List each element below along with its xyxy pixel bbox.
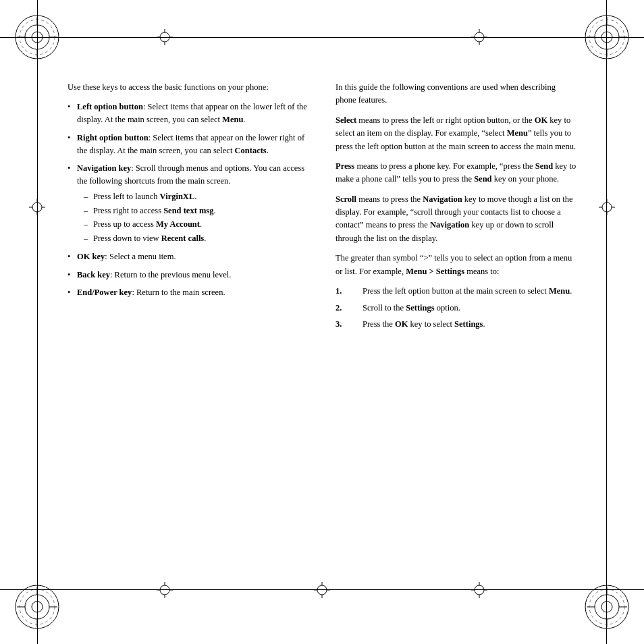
key-name-right-option: Right option button (77, 133, 149, 142)
left-rule (37, 0, 38, 644)
ok-bold-num3: OK (395, 319, 408, 329)
virginxl-bold: VirginXL (160, 192, 195, 201)
crosshair-bottom-left (157, 582, 173, 598)
svg-point-47 (317, 585, 327, 595)
select-term: Select (336, 115, 356, 125)
menu-settings-bold: Menu > Settings (406, 267, 464, 276)
crosshair-left-mid (29, 199, 45, 215)
svg-point-32 (160, 32, 169, 42)
top-rule (0, 37, 644, 38)
svg-point-24 (595, 595, 619, 619)
main-content: Use these keys to access the basic funct… (68, 81, 576, 563)
numbered-list: 1. Press the left option button at the m… (336, 285, 576, 331)
intro-text-left: Use these keys to access the basic funct… (68, 81, 308, 94)
svg-point-62 (602, 203, 612, 212)
svg-point-57 (32, 203, 42, 212)
press-definition: Press means to press a phone key. For ex… (336, 160, 576, 186)
recentcalls-bold: Recent calls (161, 234, 205, 243)
num-text-2: Scroll to the Settings option. (349, 302, 576, 315)
sub-item-left: Press left to launch VirginXL. (84, 190, 308, 203)
crosshair-right-mid (599, 199, 615, 215)
contacts-bold: Contacts (235, 146, 267, 155)
sub-item-down: Press down to view Recent calls. (84, 232, 308, 245)
list-item-left-option: Left option button: Select items that ap… (68, 101, 308, 126)
sub-item-up: Press up to access My Account. (84, 218, 308, 231)
menu-bold-select: Menu (507, 128, 528, 138)
sub-item-right: Press right to access Send text msg. (84, 205, 308, 217)
num-label-2: 2. (336, 302, 342, 315)
sendtextmsg-bold: Send text msg (163, 206, 213, 215)
scroll-definition: Scroll means to press the Navigation key… (336, 193, 576, 246)
right-column: In this guide the following conventions … (336, 81, 576, 563)
bullet-list: Left option button: Select items that ap… (68, 101, 308, 299)
greater-than-definition: The greater than symbol “>” tells you to… (336, 252, 576, 278)
list-item-back: Back key: Return to the previous menu le… (68, 269, 308, 281)
navigation-bold-1: Navigation (423, 194, 462, 204)
svg-point-37 (475, 32, 484, 42)
menu-bold-num1: Menu (549, 286, 570, 296)
num-label-3: 3. (336, 318, 342, 331)
settings-bold-num2: Settings (406, 303, 434, 313)
navigation-bold-2: Navigation (430, 220, 469, 230)
sub-list-nav: Press left to launch VirginXL. Press rig… (84, 190, 308, 245)
num-text-1: Press the left option button at the main… (349, 285, 576, 298)
num-text-3: Press the OK key to select Settings. (349, 318, 576, 331)
settings-bold-num3: Settings (454, 319, 483, 329)
list-item-right-option: Right option button: Select items that a… (68, 132, 308, 157)
svg-point-52 (475, 585, 484, 595)
numbered-item-2: 2. Scroll to the Settings option. (336, 302, 576, 315)
key-name-nav: Navigation key (77, 163, 131, 173)
list-item-endpower: End/Power key: Return to the main screen… (68, 286, 308, 299)
list-item-ok: OK key: Select a menu item. (68, 250, 308, 263)
select-definition: Select means to press the left or right … (336, 114, 576, 153)
crosshair-top-left (157, 29, 173, 45)
send-bold-2: Send (474, 174, 491, 184)
svg-point-25 (601, 601, 612, 612)
menu-bold-1: Menu (222, 115, 243, 124)
myaccount-bold: My Account (156, 219, 200, 229)
numbered-item-1: 1. Press the left option button at the m… (336, 285, 576, 298)
key-name-left-option: Left option button (77, 102, 143, 111)
press-term: Press (336, 161, 354, 171)
corner-mark-br (583, 583, 630, 630)
ok-term-select: OK (535, 115, 547, 125)
crosshair-top-right (471, 29, 487, 45)
scroll-term: Scroll (336, 194, 356, 204)
list-item-nav-key: Navigation key: Scroll through menus and… (68, 162, 308, 245)
crosshair-bottom-center (314, 582, 330, 598)
crosshair-bottom-right (471, 582, 487, 598)
left-column: Use these keys to access the basic funct… (68, 81, 308, 563)
svg-point-42 (160, 585, 169, 595)
key-name-ok: OK key (77, 252, 105, 261)
key-name-back: Back key (77, 270, 110, 279)
right-rule (606, 0, 607, 644)
intro-text-right: In this guide the following conventions … (336, 81, 576, 107)
num-label-1: 1. (336, 285, 342, 298)
send-bold-1: Send (535, 161, 553, 171)
numbered-item-3: 3. Press the OK key to select Settings. (336, 318, 576, 331)
key-name-endpower: End/Power key (77, 288, 132, 297)
